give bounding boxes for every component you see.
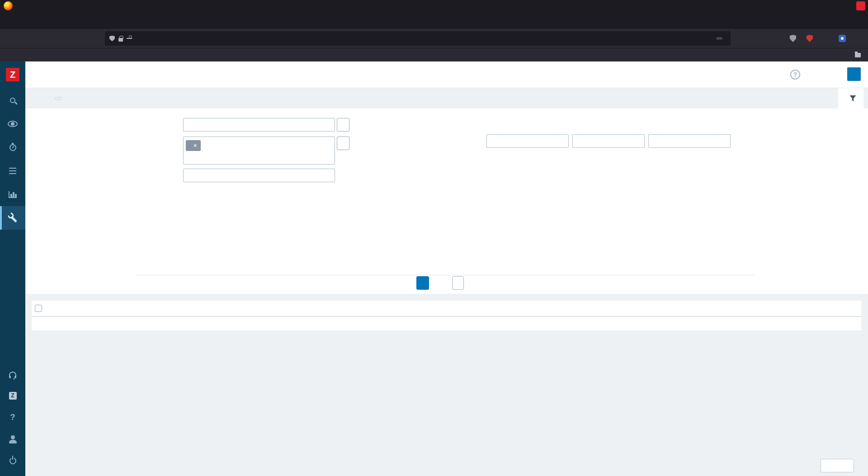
back-button[interactable] bbox=[5, 33, 17, 44]
sidebar-item-monitoring[interactable] bbox=[0, 112, 25, 136]
filter-divider bbox=[136, 275, 755, 275]
debug-button[interactable] bbox=[821, 459, 854, 472]
hosts-label bbox=[25, 137, 178, 139]
question-mark-icon bbox=[10, 413, 15, 422]
tag-value-input[interactable] bbox=[648, 134, 731, 148]
triggers-table bbox=[32, 301, 861, 330]
with-dependencies-label bbox=[25, 203, 481, 206]
close-icon[interactable] bbox=[856, 1, 865, 10]
url-bar[interactable] bbox=[105, 31, 731, 46]
filter-panel: ✕ bbox=[25, 108, 868, 294]
firefox-logo-icon bbox=[4, 1, 13, 10]
tags-label bbox=[25, 118, 481, 121]
search-icon bbox=[10, 98, 15, 103]
table-summary bbox=[32, 317, 861, 330]
status-label bbox=[25, 234, 178, 236]
sidebar-item-inventory[interactable] bbox=[0, 159, 25, 183]
filter-tab[interactable] bbox=[838, 88, 863, 108]
eye-icon bbox=[8, 121, 18, 127]
help-icon[interactable]: ? bbox=[790, 70, 800, 80]
column-header-tags bbox=[818, 301, 861, 316]
sidebar-item-user[interactable] bbox=[0, 428, 25, 450]
zabbix-sidebar: Z bbox=[0, 61, 25, 476]
funnel-icon bbox=[849, 95, 856, 102]
page-header: ? bbox=[25, 61, 868, 88]
zabbix-share-icon bbox=[9, 392, 17, 400]
column-header-name[interactable] bbox=[165, 301, 271, 316]
tracking-protection-shield-icon[interactable] bbox=[109, 36, 115, 42]
column-header-status[interactable] bbox=[714, 301, 780, 316]
breadcrumb-row bbox=[25, 88, 868, 108]
forward-button[interactable] bbox=[23, 33, 34, 44]
select-all-checkbox[interactable] bbox=[35, 305, 42, 312]
sidebar-item-signout[interactable] bbox=[0, 450, 25, 471]
ublock-extension-icon[interactable] bbox=[804, 33, 815, 44]
pen-extension-icon[interactable] bbox=[821, 33, 831, 44]
sidebar-item-configuration[interactable] bbox=[0, 206, 25, 230]
tab-bar bbox=[0, 12, 868, 29]
list-icon bbox=[9, 168, 16, 169]
keepass-extension-icon[interactable] bbox=[837, 33, 848, 44]
zabbix-main: ? bbox=[25, 61, 868, 476]
name-input[interactable] bbox=[183, 169, 335, 182]
create-trigger-button[interactable] bbox=[847, 67, 861, 81]
person-icon bbox=[11, 435, 15, 439]
tag-input[interactable] bbox=[486, 134, 569, 148]
column-header-expression bbox=[398, 301, 714, 316]
discovered-label bbox=[25, 185, 481, 188]
sidebar-item-support[interactable] bbox=[0, 363, 25, 385]
lock-icon[interactable] bbox=[118, 38, 123, 42]
sidebar-item-services[interactable] bbox=[0, 136, 25, 159]
table-header-row bbox=[32, 301, 861, 317]
other-bookmarks[interactable] bbox=[855, 53, 863, 57]
chip-remove-icon[interactable]: ✕ bbox=[193, 143, 197, 149]
sidebar-item-share[interactable] bbox=[0, 385, 25, 406]
column-header-info bbox=[780, 301, 818, 316]
power-icon bbox=[9, 457, 16, 464]
column-header-value bbox=[115, 301, 165, 316]
permissions-icon[interactable] bbox=[127, 38, 132, 39]
window-titlebar bbox=[0, 0, 868, 12]
maximize-icon[interactable] bbox=[842, 1, 851, 10]
zabbix-logo[interactable]: Z bbox=[6, 68, 19, 81]
bar-chart-icon bbox=[9, 191, 17, 198]
bookmarks-bar bbox=[0, 48, 868, 61]
reload-button[interactable] bbox=[38, 33, 50, 44]
shield-extension-icon[interactable] bbox=[788, 33, 798, 44]
sidebar-item-help[interactable] bbox=[0, 406, 25, 428]
value-label bbox=[25, 252, 178, 255]
hosts-multiselect[interactable]: ✕ bbox=[183, 137, 335, 165]
state-label bbox=[25, 215, 178, 218]
apply-button[interactable] bbox=[416, 276, 429, 290]
inherited-label bbox=[25, 166, 481, 169]
host-chip: ✕ bbox=[186, 140, 201, 151]
column-header-operational-data bbox=[271, 301, 398, 316]
column-header-severity[interactable] bbox=[45, 301, 115, 316]
sidebar-item-reports[interactable] bbox=[0, 183, 25, 206]
availability-badge bbox=[55, 97, 61, 100]
wrench-icon bbox=[10, 216, 17, 223]
zabbix-app: Z ? bbox=[0, 61, 868, 476]
zoom-level-badge[interactable] bbox=[716, 37, 722, 40]
reset-button[interactable] bbox=[452, 276, 464, 290]
hosts-select-button[interactable] bbox=[337, 137, 349, 150]
sidebar-item-search[interactable] bbox=[0, 89, 25, 112]
hosts-input[interactable] bbox=[186, 154, 332, 162]
navigation-toolbar bbox=[0, 29, 868, 48]
menu-icon[interactable] bbox=[853, 33, 864, 44]
headset-icon bbox=[9, 372, 16, 377]
stopwatch-icon bbox=[9, 144, 16, 151]
folder-icon bbox=[855, 53, 861, 57]
minimize-icon[interactable] bbox=[827, 1, 836, 10]
tag-match-select[interactable] bbox=[572, 134, 645, 148]
